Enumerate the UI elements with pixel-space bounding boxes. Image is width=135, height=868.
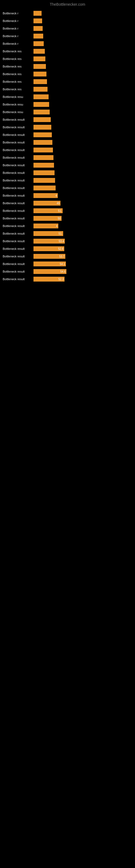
bar-value: 4 <box>55 194 57 197</box>
bar-label: Bottleneck result <box>3 186 32 190</box>
table-row: Bottleneck r <box>3 33 132 39</box>
bar-label: Bottleneck result <box>3 262 32 266</box>
table-row: Bottleneck result53.7 <box>3 253 132 259</box>
bar-label: Bottleneck result <box>3 148 32 152</box>
table-row: Bottleneck result4 <box>3 193 132 198</box>
table-row: Bottleneck res <box>3 56 132 62</box>
bar-label: Bottleneck r <box>3 19 32 23</box>
bar-label: Bottleneck result <box>3 278 32 281</box>
table-row: Bottleneck resu <box>3 101 132 107</box>
rows-container: Bottleneck rBottleneck rBottleneck rBott… <box>0 8 135 285</box>
bar-label: Bottleneck r <box>3 34 32 38</box>
bar-value: 53.7 <box>59 255 64 258</box>
bar-label: Bottleneck res <box>3 65 32 68</box>
table-row: Bottleneck r <box>3 41 132 46</box>
bar <box>34 178 55 183</box>
bar-value: 4 <box>56 225 57 227</box>
table-row: Bottleneck result51. <box>3 230 132 237</box>
bar-label: Bottleneck result <box>3 232 32 235</box>
bar-label: Bottleneck res <box>3 88 32 91</box>
bar <box>34 56 45 61</box>
bar-label: Bottleneck result <box>3 118 32 121</box>
bar-label: Bottleneck result <box>3 217 32 220</box>
bar <box>34 41 44 46</box>
bar-value: 51. <box>58 232 62 235</box>
table-row: Bottleneck result <box>3 140 132 145</box>
bar <box>34 26 43 31</box>
bar-label: Bottleneck resu <box>3 103 32 106</box>
bar-value: 53.4 <box>59 240 64 243</box>
table-row: Bottleneck resu <box>3 94 132 100</box>
bar-label: Bottleneck result <box>3 270 32 273</box>
bar: 53.7 <box>34 254 65 259</box>
bar-label: Bottleneck result <box>3 194 32 197</box>
bar <box>34 19 42 23</box>
bar-label: Bottleneck result <box>3 156 32 159</box>
table-row: Bottleneck result52.3 <box>3 276 132 282</box>
bar <box>34 72 46 76</box>
table-row: Bottleneck r <box>3 18 132 24</box>
site-title: TheBottlenecker.com <box>0 0 135 8</box>
bar <box>34 87 48 92</box>
bar <box>34 94 49 99</box>
bar: 54.1 <box>34 261 66 267</box>
bar-label: Bottleneck result <box>3 247 32 250</box>
table-row: Bottleneck result53.4 <box>3 238 132 244</box>
bar: 53.4 <box>34 239 65 244</box>
table-row: Bottleneck result54.6 <box>3 269 132 275</box>
bar <box>34 148 53 152</box>
bar-label: Bottleneck result <box>3 126 32 129</box>
bar <box>34 102 49 107</box>
bar-value: 49 <box>57 202 60 205</box>
bar <box>34 117 51 122</box>
table-row: Bottleneck result <box>3 117 132 123</box>
bar: 51. <box>34 231 63 236</box>
bar <box>34 170 54 175</box>
table-row: Bottleneck result <box>3 132 132 138</box>
table-row: Bottleneck result <box>3 185 132 191</box>
bar <box>34 11 42 16</box>
bar <box>34 155 53 160</box>
bar-label: Bottleneck result <box>3 202 32 205</box>
table-row: Bottleneck result50 <box>3 215 132 221</box>
bar: 52.8 <box>34 246 64 251</box>
table-row: Bottleneck result <box>3 155 132 161</box>
table-row: Bottleneck result52.8 <box>3 246 132 252</box>
bar-value: 54.6 <box>60 270 65 273</box>
table-row: Bottleneck resu <box>3 109 132 115</box>
table-row: Bottleneck result <box>3 170 132 176</box>
table-row: Bottleneck result <box>3 177 132 183</box>
bar <box>34 186 56 190</box>
bar <box>34 49 45 54</box>
bar-label: Bottleneck result <box>3 209 32 212</box>
bar <box>34 34 43 38</box>
table-row: Bottleneck result54.1 <box>3 261 132 267</box>
bar-value: 51. <box>58 209 62 212</box>
table-row: Bottleneck result <box>3 147 132 153</box>
bar: 52.3 <box>34 277 64 282</box>
bar <box>34 140 52 145</box>
bar <box>34 125 51 130</box>
bar <box>34 163 54 167</box>
bar: 4 <box>34 193 58 198</box>
bar <box>34 110 50 115</box>
bar <box>34 132 52 137</box>
table-row: Bottleneck result51. <box>3 208 132 214</box>
bar-label: Bottleneck result <box>3 163 32 167</box>
table-row: Bottleneck result <box>3 124 132 130</box>
bar-value: 54.1 <box>60 262 65 266</box>
table-row: Bottleneck res <box>3 48 132 54</box>
bar-label: Bottleneck res <box>3 72 32 76</box>
table-row: Bottleneck r <box>3 26 132 31</box>
table-row: Bottleneck res <box>3 71 132 77</box>
table-row: Bottleneck res <box>3 63 132 69</box>
bar: 50 <box>34 216 61 221</box>
bar: 51. <box>34 208 63 213</box>
bar-value: 52.3 <box>58 278 64 281</box>
table-row: Bottleneck result49 <box>3 200 132 206</box>
bar-label: Bottleneck res <box>3 80 32 83</box>
bar-label: Bottleneck r <box>3 12 32 15</box>
table-row: Bottleneck res <box>3 79 132 85</box>
bar-label: Bottleneck resu <box>3 95 32 98</box>
table-row: Bottleneck result4 <box>3 223 132 229</box>
